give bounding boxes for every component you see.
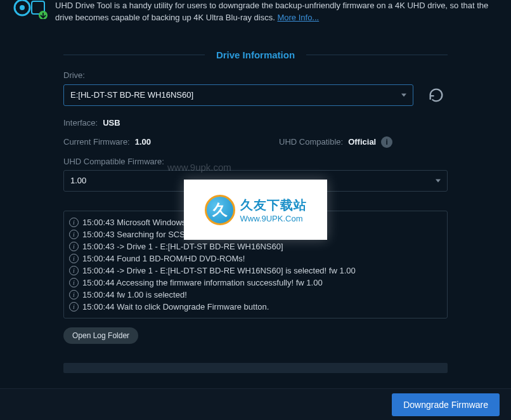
log-line: i15:00:43 -> Drive 1 - E:[HL-DT-ST BD-RE… [68,240,443,253]
info-icon[interactable]: i [381,136,392,148]
log-line: i15:00:44 Wait to click Downgrade Firmwa… [68,301,443,313]
drive-select[interactable]: E:[HL-DT-ST BD-RE WH16NS60] [63,84,413,106]
compat-firmware-value: 1.00 [70,176,86,185]
section-title: Drive Information [205,49,306,60]
log-line: i15:00:44 fw 1.00 is selected! [68,289,443,301]
info-circle-icon: i [69,254,79,263]
watermark-ghost-text: www.9upk.com [167,162,231,173]
current-firmware-label: Current Firmware: [63,137,130,147]
refresh-button[interactable] [425,84,448,107]
interface-value: USB [103,118,120,128]
info-circle-icon: i [69,290,79,299]
log-line: i15:00:44 -> Drive 1 - E:[HL-DT-ST BD-RE… [68,265,443,277]
info-circle-icon: i [69,278,79,287]
open-log-folder-button[interactable]: Open Log Folder [63,327,138,344]
log-line: i15:00:44 Found 1 BD-ROM/HD DVD-ROMs! [68,253,443,265]
divider [63,55,205,55]
progress-bar [63,363,448,373]
log-line: i15:00:44 Accessing the firmware informa… [68,277,443,289]
uhd-compatible-label: UHD Compatible: [279,137,343,147]
watermark-logo-icon: 久 [205,195,235,225]
info-circle-icon: i [69,230,79,239]
info-circle-icon: i [69,218,79,227]
compat-firmware-label: UHD Compatible Firmware: [63,157,448,166]
info-circle-icon: i [69,266,79,275]
footer-bar: Downgrade Firmware [0,388,511,420]
watermark-url: Www.9UPK.Com [240,214,303,223]
downgrade-firmware-button[interactable]: Downgrade Firmware [392,393,500,416]
header-description: UHD Drive Tool is a handy utility for us… [55,0,498,24]
interface-label: Interface: [63,118,98,128]
uhd-compatible-value: Official [348,137,376,147]
refresh-icon [427,86,445,104]
log-text: 15:00:44 Found 1 BD-ROM/HD DVD-ROMs! [82,254,245,263]
watermark-overlay: www.9upk.com 久 久友下载站 Www.9UPK.Com [184,180,327,240]
more-info-link[interactable]: More Info... [277,13,319,22]
info-circle-icon: i [69,302,79,312]
drive-select-value: E:[HL-DT-ST BD-RE WH16NS60] [70,90,193,100]
divider [306,55,448,55]
log-text: 15:00:44 -> Drive 1 - E:[HL-DT-ST BD-RE … [82,266,356,275]
current-firmware-value: 1.00 [135,137,151,147]
chevron-down-icon [436,179,441,182]
chevron-down-icon [401,93,406,96]
app-logo-icon [13,0,48,19]
svg-point-1 [20,5,25,10]
info-circle-icon: i [69,242,79,251]
watermark-title: 久友下载站 [240,197,307,214]
drive-label: Drive: [63,70,448,80]
log-text: 15:00:44 Accessing the firmware informat… [82,278,323,287]
log-text: 15:00:44 fw 1.00 is selected! [82,290,187,299]
log-text: 15:00:44 Wait to click Downgrade Firmwar… [82,302,269,312]
log-text: 15:00:43 -> Drive 1 - E:[HL-DT-ST BD-RE … [82,242,283,251]
